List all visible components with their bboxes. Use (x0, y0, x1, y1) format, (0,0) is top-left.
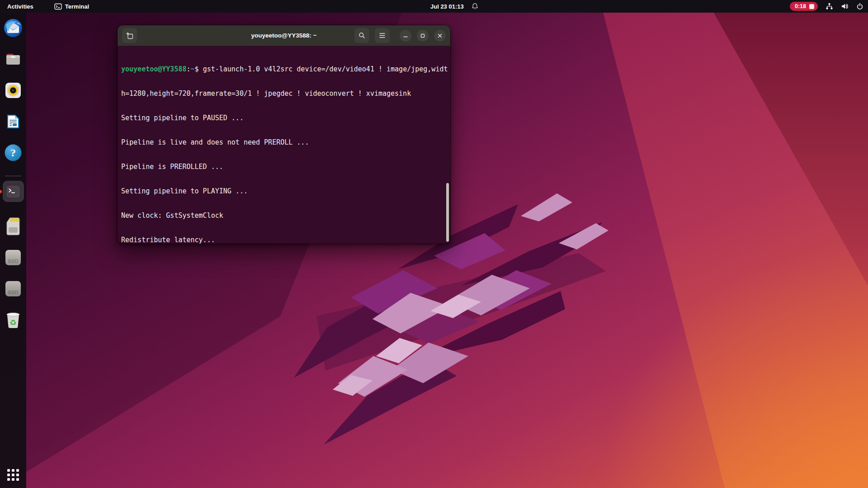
hamburger-menu-icon (379, 33, 386, 38)
dock-item-files[interactable] (3, 48, 24, 70)
prompt-path: ~ (191, 65, 195, 73)
terminal-titlebar[interactable]: youyeetoo@YY3588: ~ (118, 25, 450, 46)
power-icon (856, 3, 863, 10)
recording-time: 0:18 (795, 3, 806, 9)
help-icon: ? (4, 143, 23, 162)
minimize-icon (403, 33, 408, 38)
svg-text:?: ? (10, 147, 16, 159)
dock-item-thunderbird[interactable] (3, 17, 24, 38)
dock-item-libreoffice-writer[interactable] (3, 111, 24, 132)
maximize-icon (420, 33, 425, 38)
dock-item-rhythmbox[interactable] (3, 80, 24, 101)
new-tab-icon (126, 32, 133, 39)
search-icon (359, 32, 365, 39)
command-text: gst-launch-1.0 v4l2src device=/dev/video… (203, 65, 448, 73)
terminal-icon (4, 183, 22, 201)
close-icon (437, 33, 443, 38)
system-status-area[interactable]: 0:18 (790, 0, 863, 13)
dock-item-terminal[interactable] (3, 181, 24, 202)
app-indicator-label: Terminal (65, 3, 89, 10)
terminal-output-line: Pipeline is PREROLLED ... (121, 163, 450, 171)
libreoffice-writer-icon (4, 112, 23, 131)
dock-item-help[interactable]: ? (3, 142, 24, 163)
top-bar: Activities Terminal Jul 23 01:13 0:18 (0, 0, 868, 13)
terminal-prompt-line: youyeetoo@YY3588:~$ gst-launch-1.0 v4l2s… (121, 65, 450, 73)
terminal-output-line: New clock: GstSystemClock (121, 211, 450, 220)
svg-text:SSD: SSD (8, 290, 19, 295)
notification-bell-icon (472, 3, 478, 10)
dock-separator (5, 176, 21, 176)
terminal-output-line: Redistribute latency... (121, 236, 450, 244)
prompt-user-host: youyeetoo@YY3588 (121, 65, 187, 73)
new-tab-button[interactable] (122, 28, 137, 43)
terminal-window: youyeetoo@YY3588: ~ (118, 25, 450, 244)
terminal-output-line: h=1280,height=720,framerate=30/1 ! jpegd… (121, 89, 450, 98)
volume-icon (841, 3, 849, 10)
minimize-button[interactable] (400, 30, 411, 42)
running-indicator-dot (0, 190, 2, 193)
svg-text:♻: ♻ (9, 318, 16, 327)
thunderbird-icon (3, 18, 23, 38)
terminal-output-line: Pipeline is live and does not need PRERO… (121, 138, 450, 146)
clock-menu[interactable]: Jul 23 01:13 (430, 0, 478, 13)
sd-card-icon (5, 216, 22, 236)
clock-label: Jul 23 01:13 (430, 3, 464, 10)
maximize-button[interactable] (417, 30, 429, 42)
dock-item-ssd-2[interactable]: SSD (3, 278, 24, 299)
terminal-output-line: Setting pipeline to PAUSED ... (121, 114, 450, 122)
ssd-drive-icon: SSD (4, 248, 23, 267)
dock-item-sd-card[interactable] (3, 216, 24, 237)
terminal-app-icon (54, 3, 62, 10)
screen-recording-indicator[interactable]: 0:18 (790, 2, 818, 11)
terminal-content[interactable]: youyeetoo@YY3588:~$ gst-launch-1.0 v4l2s… (118, 46, 450, 243)
trash-icon: ♻ (4, 310, 22, 329)
menu-button[interactable] (375, 28, 390, 43)
app-indicator[interactable]: Terminal (50, 0, 94, 13)
search-button[interactable] (354, 28, 369, 43)
show-applications-button[interactable] (7, 469, 19, 481)
activities-button[interactable]: Activities (0, 0, 42, 13)
dock-item-ssd-1[interactable]: SSD (3, 247, 24, 268)
stop-recording-icon (809, 4, 814, 9)
wired-network-icon (826, 3, 833, 10)
rhythmbox-icon (4, 81, 23, 100)
ssd-drive-icon: SSD (4, 279, 23, 298)
dock-item-trash[interactable]: ♻ (3, 309, 24, 330)
close-button[interactable] (434, 30, 446, 42)
terminal-output-line: Setting pipeline to PLAYING ... (121, 187, 450, 195)
files-icon (4, 50, 23, 69)
svg-text:SSD: SSD (8, 258, 19, 264)
dock: ? SSD (0, 13, 26, 488)
scrollbar-thumb[interactable] (446, 183, 449, 242)
